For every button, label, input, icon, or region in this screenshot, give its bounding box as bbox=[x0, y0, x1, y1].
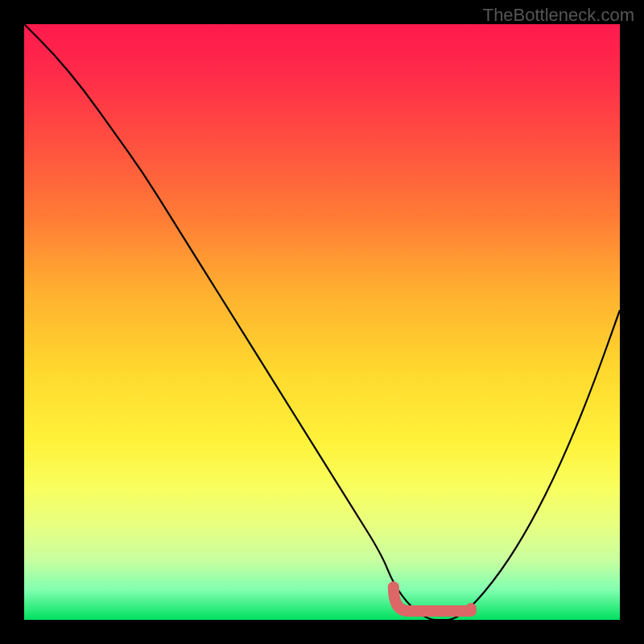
curve-layer bbox=[24, 24, 620, 620]
plot-area bbox=[24, 24, 620, 620]
bottleneck-curve bbox=[24, 24, 620, 620]
optimal-end-dot bbox=[465, 603, 477, 614]
attribution-text: TheBottleneck.com bbox=[483, 5, 634, 26]
